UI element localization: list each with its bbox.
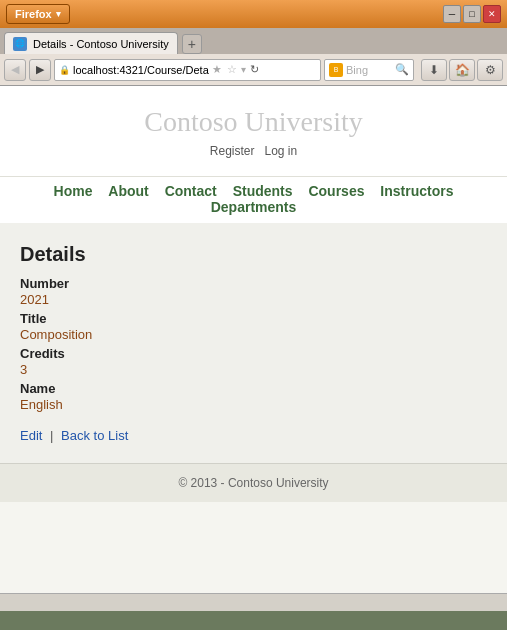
status-bar (0, 593, 507, 611)
nav-home[interactable]: Home (54, 183, 93, 199)
tab-favicon: 🌐 (13, 37, 27, 51)
footer-text: © 2013 - Contoso University (178, 476, 328, 490)
firefox-menu-button[interactable]: Firefox (6, 4, 70, 24)
nav-students[interactable]: Students (233, 183, 293, 199)
bookmark-icon[interactable]: ☆ (227, 63, 237, 76)
back-button[interactable]: ◀ (4, 59, 26, 81)
close-button[interactable]: ✕ (483, 5, 501, 23)
refresh-icon[interactable]: ↻ (250, 63, 259, 76)
browser-chrome: Firefox ─ □ ✕ 🌐 Details - Contoso Univer… (0, 0, 507, 86)
site-nav: Home About Contact Students Courses Inst… (0, 177, 507, 223)
site-header: Contoso University Register Log in (0, 86, 507, 177)
nav-about[interactable]: About (108, 183, 148, 199)
address-bar: ◀ ▶ 🔒 localhost:4321/Course/Deta ★ ☆ ▾ ↻… (0, 54, 507, 86)
bing-logo: B (329, 63, 343, 77)
nav-contact[interactable]: Contact (165, 183, 217, 199)
title-bar: Firefox ─ □ ✕ (0, 0, 507, 28)
search-icon[interactable]: 🔍 (395, 63, 409, 76)
main-content: Details Number 2021 Title Composition Cr… (0, 223, 507, 463)
window-controls: ─ □ ✕ (443, 5, 501, 23)
maximize-button[interactable]: □ (463, 5, 481, 23)
active-tab[interactable]: 🌐 Details - Contoso University (4, 32, 178, 54)
address-text: localhost:4321/Course/Deta (73, 64, 209, 76)
auth-links: Register Log in (0, 144, 507, 158)
download-button[interactable]: ⬇ (421, 59, 447, 81)
field-name-value: English (20, 397, 487, 412)
dropdown-icon[interactable]: ▾ (241, 64, 246, 75)
nav-instructors[interactable]: Instructors (380, 183, 453, 199)
login-link[interactable]: Log in (265, 144, 298, 158)
minimize-button[interactable]: ─ (443, 5, 461, 23)
field-number-label: Number (20, 276, 487, 291)
field-credits-value: 3 (20, 362, 487, 377)
nav-links: Home About Contact Students Courses Inst… (0, 183, 507, 215)
register-link[interactable]: Register (210, 144, 255, 158)
search-placeholder: Bing (346, 64, 368, 76)
nav-courses[interactable]: Courses (308, 183, 364, 199)
nav-departments[interactable]: Departments (211, 199, 297, 215)
search-box[interactable]: B Bing 🔍 (324, 59, 414, 81)
field-title-value: Composition (20, 327, 487, 342)
forward-button[interactable]: ▶ (29, 59, 51, 81)
tab-bar: 🌐 Details - Contoso University + (0, 28, 507, 54)
separator: | (50, 428, 53, 443)
new-tab-button[interactable]: + (182, 34, 202, 54)
page-content: Contoso University Register Log in Home … (0, 86, 507, 593)
lock-icon: 🔒 (59, 65, 70, 75)
firefox-label: Firefox (15, 8, 52, 20)
field-name-label: Name (20, 381, 487, 396)
address-input[interactable]: 🔒 localhost:4321/Course/Deta ★ ☆ ▾ ↻ (54, 59, 321, 81)
action-links: Edit | Back to List (20, 428, 487, 443)
field-credits-label: Credits (20, 346, 487, 361)
back-to-list-link[interactable]: Back to List (61, 428, 128, 443)
site-title: Contoso University (0, 106, 507, 138)
more-tools-button[interactable]: ⚙ (477, 59, 503, 81)
field-number-value: 2021 (20, 292, 487, 307)
tab-title: Details - Contoso University (33, 38, 169, 50)
star-icon[interactable]: ★ (212, 63, 222, 76)
field-title-label: Title (20, 311, 487, 326)
home-button[interactable]: 🏠 (449, 59, 475, 81)
site-footer: © 2013 - Contoso University (0, 463, 507, 502)
toolbar-buttons: ⬇ 🏠 ⚙ (421, 59, 503, 81)
details-heading: Details (20, 243, 487, 266)
edit-link[interactable]: Edit (20, 428, 42, 443)
